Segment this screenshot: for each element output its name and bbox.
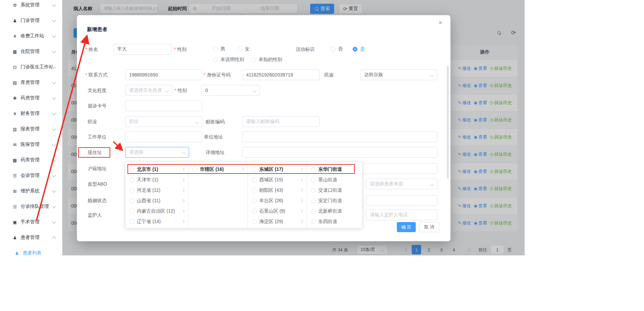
cascader-option[interactable]: 海淀区 (29) bbox=[248, 216, 306, 227]
radio-icon[interactable] bbox=[129, 198, 134, 203]
cascader-option[interactable]: 河北省 (11) bbox=[125, 185, 188, 195]
sidebar-item-drug-storage[interactable]: ▩药库管理 bbox=[0, 152, 62, 168]
radio-icon[interactable] bbox=[252, 188, 257, 193]
active-flag-option-yes[interactable]: 是 bbox=[353, 46, 365, 53]
gender-option-unknown[interactable]: 未知的性别 bbox=[251, 56, 282, 63]
sidebar-item-surgery[interactable]: ▣手术管理 bbox=[0, 214, 62, 230]
ethnicity-value: 达斡尔族 bbox=[364, 72, 383, 78]
sidebar-item-inpatient[interactable]: ▦住院管理 bbox=[0, 44, 62, 59]
visit-card-input[interactable] bbox=[125, 100, 202, 111]
postal-placeholder: 请输入邮政编码 bbox=[246, 119, 279, 125]
chevron-right-icon bbox=[300, 210, 303, 213]
cascader-option[interactable]: 山西省 (11) bbox=[125, 195, 188, 206]
sidebar-item-triage-queue[interactable]: ☱分诊排队管理 bbox=[0, 199, 62, 214]
gender-option-male[interactable]: 男 bbox=[213, 46, 225, 53]
cascader-option[interactable]: 交道口街道 bbox=[307, 185, 362, 195]
gender-option-female[interactable]: 女 bbox=[237, 46, 250, 53]
id-number-label: 身份证号码 bbox=[204, 72, 230, 78]
cascader-option-label: 海淀区 (29) bbox=[259, 219, 297, 225]
sidebar-item-system[interactable]: ⚙系统管理 bbox=[0, 0, 62, 13]
sidebar-item-pharmacy[interactable]: ✚药房管理 bbox=[0, 90, 62, 106]
radio-icon[interactable] bbox=[129, 178, 134, 182]
education-select[interactable]: 请选择文化程度 bbox=[125, 85, 172, 96]
chevron-right-icon bbox=[300, 220, 303, 223]
system-icon: ⚙ bbox=[11, 3, 18, 8]
unit-address-input[interactable] bbox=[242, 131, 437, 142]
sidebar-item-maintenance[interactable]: ⊞维护系统 bbox=[0, 183, 62, 199]
name-input[interactable]: 牢大 bbox=[113, 44, 172, 55]
cascader-option-label: 河北省 (11) bbox=[137, 187, 179, 193]
sidebar-item-insurance[interactable]: ✉医保管理 bbox=[0, 137, 62, 152]
postal-input[interactable]: 请输入邮政编码 bbox=[242, 116, 320, 127]
cascader-option[interactable]: 天津市 (1) bbox=[125, 175, 188, 185]
occupation-placeholder: 职业 bbox=[129, 119, 139, 125]
radio-icon[interactable] bbox=[252, 219, 257, 224]
sidebar-item-label: 分诊排队管理 bbox=[21, 204, 53, 210]
close-icon[interactable]: × bbox=[436, 19, 444, 27]
sidebar-item-consultation[interactable]: ☰会诊管理 bbox=[0, 168, 62, 183]
education-label: 文化程度 bbox=[88, 88, 107, 94]
radio-icon[interactable] bbox=[129, 219, 134, 224]
report-icon: ▥ bbox=[11, 127, 18, 132]
confirm-button[interactable]: 确 定 bbox=[397, 222, 416, 232]
cascader-option[interactable]: 内蒙古自治区 (12) bbox=[125, 206, 188, 216]
radio-icon[interactable] bbox=[252, 198, 257, 203]
dialog-title: 新增患者 bbox=[87, 26, 107, 33]
radio-icon[interactable] bbox=[311, 188, 316, 193]
chevron-down-icon bbox=[52, 173, 56, 177]
sidebar-item-finance[interactable]: ¥财务管理 bbox=[0, 106, 62, 121]
cascader-option[interactable]: 安定门街道 bbox=[307, 195, 362, 206]
name-value: 牢大 bbox=[117, 46, 127, 52]
id-number-input[interactable]: 411625192602039719 bbox=[242, 69, 320, 80]
gender-option-unstated[interactable]: 未说明性别 bbox=[213, 56, 244, 63]
sidebar-item-outpatient[interactable]: ♟门诊管理 bbox=[0, 13, 62, 28]
detail-address-input[interactable] bbox=[242, 147, 437, 158]
gender2-select[interactable]: 0 bbox=[201, 85, 260, 96]
sidebar-item-label: 手术管理 bbox=[21, 219, 53, 225]
radio-icon[interactable] bbox=[311, 219, 316, 224]
chevron-right-icon bbox=[181, 178, 185, 182]
cascader-option[interactable]: 丰台区 (26) bbox=[248, 195, 306, 206]
doctor-station-icon: ⊡ bbox=[11, 65, 18, 70]
radio-icon[interactable] bbox=[311, 198, 316, 203]
work-unit-input[interactable] bbox=[125, 131, 202, 142]
guardian-phone-input[interactable]: 请输入监护人电话 bbox=[366, 210, 437, 220]
triage-queue-icon: ☱ bbox=[11, 204, 18, 209]
cascader-option[interactable]: 北新桥街道 bbox=[307, 206, 362, 216]
sidebar-item-report[interactable]: ▥报表管理 bbox=[0, 121, 62, 137]
postal-label: 邮政编码 bbox=[206, 119, 225, 125]
unit-address-label: 单位地址 bbox=[204, 134, 223, 140]
radio-icon[interactable] bbox=[252, 209, 257, 214]
cascader-option[interactable]: 东四街道 bbox=[307, 216, 362, 227]
radio-icon[interactable] bbox=[129, 209, 134, 214]
contact-input[interactable]: 19880991650 bbox=[125, 69, 202, 80]
sidebar-item-patient-list[interactable]: ♟ 患者列表 bbox=[0, 245, 62, 255]
radio-icon[interactable] bbox=[252, 178, 257, 182]
current-address-cascader[interactable]: 请选择 bbox=[125, 147, 189, 158]
cascader-option[interactable]: 西城区 (15) bbox=[248, 175, 306, 185]
sidebar-item-warehouse[interactable]: ▤库房管理 bbox=[0, 75, 62, 90]
cascader-option[interactable]: 朝阳区 (43) bbox=[248, 185, 306, 195]
patient-source-select[interactable]: 请选择患者来源 bbox=[366, 179, 437, 189]
marital-input[interactable] bbox=[366, 195, 437, 206]
cascader-option-label: 山西省 (11) bbox=[137, 198, 179, 204]
blood-abo-label: 血型ABO bbox=[88, 181, 107, 187]
sidebar-item-charging-station[interactable]: ¥收费工作站 bbox=[0, 28, 62, 44]
chevron-right-icon bbox=[300, 189, 303, 192]
radio-icon[interactable] bbox=[311, 209, 316, 214]
cascader-option[interactable]: 辽宁省 (14) bbox=[125, 216, 188, 227]
occupation-select[interactable]: 职业 bbox=[125, 116, 202, 127]
radio-icon[interactable] bbox=[311, 178, 316, 182]
sidebar-item-doctor-station[interactable]: ⊡门诊医生工作站 bbox=[0, 59, 62, 75]
modal-scrollbar[interactable] bbox=[447, 66, 449, 179]
cascader-option[interactable]: 景山街道 bbox=[307, 175, 362, 185]
radio-icon[interactable] bbox=[129, 188, 134, 193]
cascader-option[interactable]: 石景山区 (9) bbox=[248, 206, 306, 216]
sidebar-item-label: 系统管理 bbox=[21, 2, 53, 8]
ethnicity-select[interactable]: 达斡尔族 bbox=[360, 69, 437, 80]
sidebar-item-patient[interactable]: ♟患者管理 bbox=[0, 230, 62, 245]
cancel-button[interactable]: 取 消 bbox=[419, 222, 439, 232]
sidebar-item-label: 医保管理 bbox=[21, 142, 53, 148]
sidebar-item-label: 库房管理 bbox=[21, 80, 53, 86]
active-flag-option-no[interactable]: 否 bbox=[330, 46, 343, 53]
